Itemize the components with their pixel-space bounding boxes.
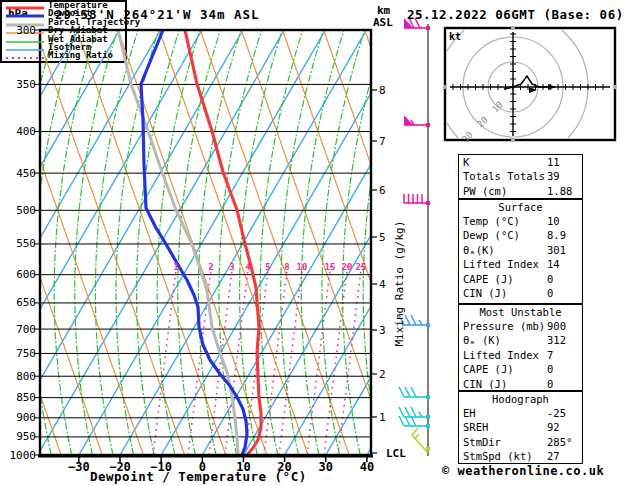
panel-row-label: Pressure (mb) xyxy=(463,319,545,333)
panel-row-value: -25 xyxy=(547,406,566,420)
panel-row: EH-25 xyxy=(459,406,582,420)
panel-row-label: CAPE (J) xyxy=(463,362,514,376)
panel-row-value: 285° xyxy=(547,435,572,449)
km-tick-label: 8 xyxy=(379,85,386,96)
panel-row-label: Temp (°C) xyxy=(463,214,520,228)
temp-tick-label: 40 xyxy=(347,461,387,473)
wet-adiabat-line xyxy=(260,30,303,455)
panel-row-value: 0 xyxy=(547,377,553,391)
wet-adiabat-line xyxy=(75,30,118,455)
panel-row-value: 39 xyxy=(547,169,560,183)
km-tick-label: 6 xyxy=(379,185,386,196)
lcl-label: LCL xyxy=(386,448,406,459)
panel-row-label: K xyxy=(463,155,469,169)
copyright-label: © weatheronline.co.uk xyxy=(442,466,604,477)
panel-row: Totals Totals39 xyxy=(459,169,582,183)
pressure-tick-label: 850 xyxy=(0,392,36,403)
pressure-tick-label: 800 xyxy=(0,371,36,382)
pressure-tick-label: 1000 xyxy=(0,450,36,461)
panel-row: Temp (°C)10 xyxy=(459,214,582,228)
mixing-ratio-axis-title: Mixing Ratio (g/kg) xyxy=(394,237,405,347)
panel-row-value: 11 xyxy=(547,155,560,169)
wet-adiabat-line xyxy=(116,30,159,455)
panel-row: CAPE (J)0 xyxy=(459,362,582,376)
km-tick-label: 3 xyxy=(379,325,386,336)
km-tick-label: 7 xyxy=(379,136,386,147)
hodograph-unit-label: kt xyxy=(449,31,461,42)
wind-barb xyxy=(404,115,430,127)
mixing-ratio-value: 25 xyxy=(353,263,369,272)
panel-row-value: 8.9 xyxy=(547,228,566,242)
panel-row-label: θₑ (K) xyxy=(463,333,501,347)
panel-row: CAPE (J)0 xyxy=(459,272,582,286)
panel-row: Lifted Index7 xyxy=(459,348,582,362)
pressure-tick-label: 650 xyxy=(0,297,36,308)
run-date-label: 25.12.2022 06GMT (Base: 06) xyxy=(407,9,624,20)
panel-row: SREH92 xyxy=(459,420,582,434)
wet-adiabat-line xyxy=(95,30,138,455)
panel-row: PW (cm)1.88 xyxy=(459,184,582,198)
legend-item-label: Mixing Ratio xyxy=(48,51,113,60)
panel-row-label: SREH xyxy=(463,420,488,434)
panel-row-value: 900 xyxy=(547,319,566,333)
panel-row: CIN (J)0 xyxy=(459,286,582,300)
wet-adiabat-line xyxy=(219,30,262,455)
mixing-ratio-value: 1 xyxy=(168,263,184,272)
legend-item: Mixing Ratio xyxy=(2,52,125,60)
pressure-tick-label: 500 xyxy=(0,205,36,216)
panel-row-label: Dewp (°C) xyxy=(463,228,520,242)
pressure-tick-label: 400 xyxy=(0,126,36,137)
panel-row-value: 312 xyxy=(547,333,566,347)
panel-row-label: CAPE (J) xyxy=(463,272,514,286)
mixing-ratio-value: 15 xyxy=(322,263,338,272)
mixing-ratio-value: 8 xyxy=(279,263,295,272)
panel-title: Surface xyxy=(459,200,582,214)
pressure-tick-label: 350 xyxy=(0,79,36,90)
panel-row-value: 10 xyxy=(547,214,560,228)
km-tick-label: 4 xyxy=(379,279,386,290)
indices-panel: K11Totals Totals39PW (cm)1.88 xyxy=(458,154,583,199)
panel-row-value: 27 xyxy=(547,449,560,463)
mixing-ratio-value: 4 xyxy=(240,263,256,272)
wind-barb xyxy=(399,387,430,399)
pressure-tick-label: 450 xyxy=(0,168,36,179)
temp-tick-label: 30 xyxy=(306,461,346,473)
wind-barb xyxy=(412,428,430,453)
panel-row-label: Lifted Index xyxy=(463,257,539,271)
pressure-tick-label: 750 xyxy=(0,348,36,359)
panel-row-label: EH xyxy=(463,406,476,420)
panel-row-value: 7 xyxy=(547,348,553,362)
panel-row-label: Totals Totals xyxy=(463,169,545,183)
wind-barb xyxy=(399,407,430,419)
mixing-ratio-line xyxy=(264,262,288,455)
panel-title: Hodograph xyxy=(459,392,582,406)
panel-title: Most Unstable xyxy=(459,305,582,319)
panel-row: StmDir285° xyxy=(459,435,582,449)
panel-row: Lifted Index14 xyxy=(459,257,582,271)
wind-barb xyxy=(404,194,430,205)
mixing-ratio-line xyxy=(338,262,362,455)
panel-row-value: 0 xyxy=(547,362,553,376)
pressure-tick-label: 300 xyxy=(0,25,36,36)
panel-row-label: CIN (J) xyxy=(463,286,507,300)
skewt-sounding-app: { "header": { "pressure_unit": "hPa", "t… xyxy=(0,0,629,486)
panel-row-value: 0 xyxy=(547,272,553,286)
legend-line-sample xyxy=(6,55,44,61)
wet-adiabat-line xyxy=(301,30,344,455)
panel-row: θₑ (K)312 xyxy=(459,333,582,347)
panel-row: Pressure (mb)900 xyxy=(459,319,582,333)
indices-panel: Most UnstablePressure (mb)900θₑ (K)312Li… xyxy=(458,304,583,391)
altitude-unit-asl-label: ASL xyxy=(373,17,393,28)
panel-row: CIN (J)0 xyxy=(459,377,582,391)
x-axis-title: Dewpoint / Temperature (°C) xyxy=(90,471,307,482)
panel-row-label: Lifted Index xyxy=(463,348,539,362)
panel-row-value: 0 xyxy=(547,286,553,300)
pressure-tick-label: 950 xyxy=(0,431,36,442)
panel-row-label: StmSpd (kt) xyxy=(463,449,533,463)
mixing-ratio-value: 10 xyxy=(294,263,310,272)
panel-row-label: PW (cm) xyxy=(463,184,507,198)
mixing-ratio-line xyxy=(307,262,331,455)
panel-row: θₑ(K)301 xyxy=(459,243,582,257)
pressure-tick-label: 900 xyxy=(0,412,36,423)
panel-row-value: 14 xyxy=(547,257,560,271)
